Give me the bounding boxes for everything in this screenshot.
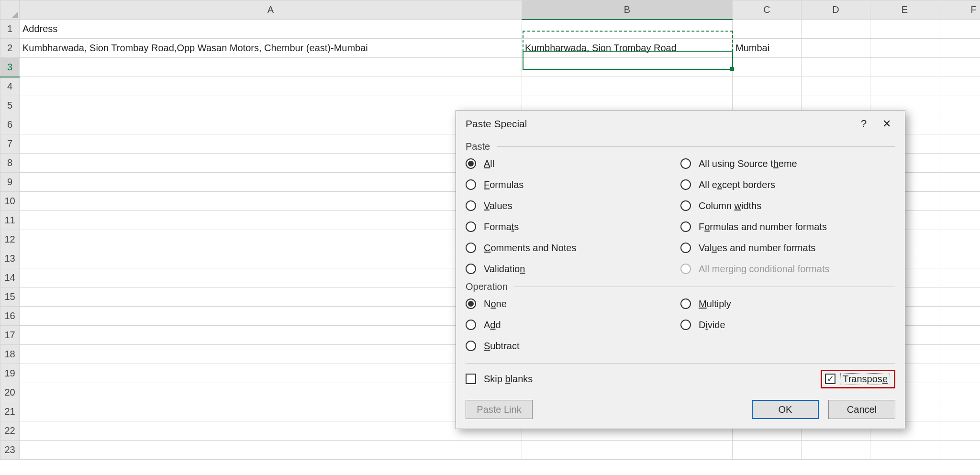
col-header-A[interactable]: A [20,0,522,20]
cell-E23[interactable] [870,441,939,460]
radio-noborders[interactable]: All except borders [680,174,895,195]
cell-A16[interactable] [20,307,522,326]
cell-A2[interactable]: Kumbharwada, Sion Trombay Road,Opp Wasan… [20,39,522,58]
cell-A10[interactable] [20,192,522,211]
cell-A14[interactable] [20,268,522,287]
cell-F13[interactable] [939,249,980,268]
radio-colwidths[interactable]: Column widths [680,195,895,216]
row-header-21[interactable]: 21 [0,402,20,421]
cell-B23[interactable] [522,441,733,460]
col-header-B[interactable]: B [522,0,733,20]
row-header-5[interactable]: 5 [0,96,20,115]
cell-A18[interactable] [20,345,522,364]
cell-F10[interactable] [939,192,980,211]
cell-F11[interactable] [939,211,980,230]
cell-D2[interactable] [802,39,870,58]
cell-F19[interactable] [939,364,980,383]
cell-C23[interactable] [733,441,802,460]
cell-A23[interactable] [20,441,522,460]
close-icon[interactable]: ✕ [875,118,898,130]
radio-formats[interactable]: Formats [466,216,680,237]
row-header-11[interactable]: 11 [0,211,20,230]
row-header-15[interactable]: 15 [0,287,20,307]
cell-A7[interactable] [20,134,522,154]
cell-F3[interactable] [939,58,980,77]
cell-B1[interactable] [522,20,733,39]
radio-formnum[interactable]: Formulas and number formats [680,216,895,237]
cell-A8[interactable] [20,154,522,173]
cell-E2[interactable] [870,39,939,58]
row-header-20[interactable]: 20 [0,383,20,402]
cell-F9[interactable] [939,173,980,192]
cell-F8[interactable] [939,154,980,173]
col-header-C[interactable]: C [733,0,802,20]
cell-A19[interactable] [20,364,522,383]
row-header-18[interactable]: 18 [0,345,20,364]
radio-srctheme[interactable]: All using Source theme [680,153,895,174]
cell-A17[interactable] [20,326,522,345]
cell-A15[interactable] [20,287,522,307]
row-header-23[interactable]: 23 [0,441,20,460]
radio-all[interactable]: All [466,153,680,174]
cell-F20[interactable] [939,383,980,402]
radio-add[interactable]: Add [466,314,680,335]
cell-A12[interactable] [20,230,522,249]
cell-A4[interactable] [20,77,522,96]
transpose-checkbox[interactable]: Transpose [821,370,895,388]
row-header-4[interactable]: 4 [0,77,20,96]
cell-A22[interactable] [20,421,522,441]
col-header-F[interactable]: F [939,0,980,20]
row-header-2[interactable]: 2 [0,39,20,58]
cell-D4[interactable] [802,77,870,96]
cell-B2[interactable]: Kumbharwada, Sion Trombay Road [522,39,733,58]
cell-E1[interactable] [870,20,939,39]
cell-A13[interactable] [20,249,522,268]
cell-F22[interactable] [939,421,980,441]
radio-validation[interactable]: Validation [466,258,680,279]
cell-A20[interactable] [20,383,522,402]
cell-A3[interactable] [20,58,522,77]
row-header-19[interactable]: 19 [0,364,20,383]
cell-B3[interactable] [522,58,733,77]
ok-button[interactable]: OK [752,400,819,419]
row-header-8[interactable]: 8 [0,154,20,173]
cell-E4[interactable] [870,77,939,96]
row-header-9[interactable]: 9 [0,173,20,192]
cell-E3[interactable] [870,58,939,77]
cell-F5[interactable] [939,96,980,115]
cell-A21[interactable] [20,402,522,421]
cell-B4[interactable] [522,77,733,96]
radio-mul[interactable]: Multiply [680,293,895,314]
col-header-E[interactable]: E [870,0,939,20]
col-header-D[interactable]: D [802,0,870,20]
row-header-22[interactable]: 22 [0,421,20,441]
cell-A6[interactable] [20,115,522,134]
row-header-13[interactable]: 13 [0,249,20,268]
row-header-16[interactable]: 16 [0,307,20,326]
cell-A1[interactable]: Address [20,20,522,39]
cell-F21[interactable] [939,402,980,421]
cell-F17[interactable] [939,326,980,345]
cell-A5[interactable] [20,96,522,115]
cell-F14[interactable] [939,268,980,287]
cell-D1[interactable] [802,20,870,39]
cell-C2[interactable]: Mumbai [733,39,802,58]
cell-A11[interactable] [20,211,522,230]
radio-comments[interactable]: Comments and Notes [466,237,680,258]
cell-F12[interactable] [939,230,980,249]
row-header-1[interactable]: 1 [0,20,20,39]
cell-F7[interactable] [939,134,980,154]
cell-F23[interactable] [939,441,980,460]
cell-F2[interactable] [939,39,980,58]
row-header-10[interactable]: 10 [0,192,20,211]
cell-F4[interactable] [939,77,980,96]
radio-none[interactable]: None [466,293,680,314]
radio-sub[interactable]: Subtract [466,335,680,356]
cell-C4[interactable] [733,77,802,96]
cell-F16[interactable] [939,307,980,326]
row-header-3[interactable]: 3 [0,58,20,77]
cell-F1[interactable] [939,20,980,39]
cell-F15[interactable] [939,287,980,307]
help-icon[interactable]: ? [852,118,875,130]
radio-valnum[interactable]: Values and number formats [680,237,895,258]
